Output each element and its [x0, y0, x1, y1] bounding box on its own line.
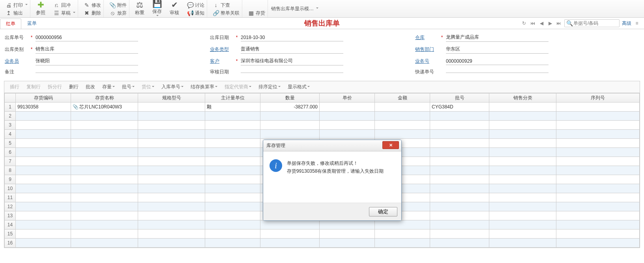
- cell-serial[interactable]: [556, 239, 640, 248]
- cell-sale_cat[interactable]: [489, 103, 556, 112]
- cell-spec[interactable]: [138, 239, 205, 248]
- discuss-button[interactable]: 💬讨论: [187, 2, 204, 9]
- col-serial[interactable]: 序列号: [556, 93, 640, 103]
- cell-batch[interactable]: [430, 112, 489, 121]
- cell-code[interactable]: [16, 220, 71, 229]
- cell-code[interactable]: 99130358: [16, 103, 71, 112]
- attachment-button[interactable]: 📎附件: [109, 2, 127, 9]
- cell-name[interactable]: [71, 220, 138, 229]
- cell-amount[interactable]: [375, 121, 430, 130]
- table-row[interactable]: 15: [5, 229, 640, 239]
- cell-qty[interactable]: [260, 239, 320, 248]
- cell-spec[interactable]: [138, 157, 205, 166]
- display-format-button[interactable]: 显示格式: [285, 83, 312, 91]
- cell-qty[interactable]: [260, 229, 320, 239]
- in-stock-no-button[interactable]: 入库单号: [159, 83, 186, 91]
- cell-name[interactable]: [71, 139, 138, 148]
- cell-code[interactable]: [16, 166, 71, 175]
- warehouse-label[interactable]: 仓库: [415, 34, 438, 41]
- table-row[interactable]: 16: [5, 239, 640, 248]
- cell-serial[interactable]: [556, 157, 640, 166]
- col-unit[interactable]: 主计量单位: [205, 93, 260, 103]
- whole-relate-button[interactable]: 🔗整单关联: [213, 9, 240, 17]
- cell-unit[interactable]: [205, 229, 260, 239]
- cell-serial[interactable]: [556, 112, 640, 121]
- tab-blue[interactable]: 蓝单: [21, 18, 43, 28]
- cell-spec[interactable]: [138, 112, 205, 121]
- save-button[interactable]: 💾保存: [150, 0, 164, 16]
- cell-name[interactable]: [71, 239, 138, 248]
- advanced-link[interactable]: 高级: [622, 20, 631, 27]
- cell-name[interactable]: [71, 175, 138, 184]
- cell-qty[interactable]: [260, 130, 320, 139]
- cell-unit[interactable]: [205, 139, 260, 148]
- cell-qty[interactable]: [260, 220, 320, 229]
- cell-code[interactable]: [16, 239, 71, 248]
- dialog-titlebar[interactable]: 库存管理 ✕: [263, 140, 401, 151]
- cell-batch[interactable]: CYG384D: [430, 103, 489, 112]
- cell-name[interactable]: [71, 184, 138, 193]
- prev-record-icon[interactable]: ◀: [538, 20, 545, 26]
- modify-button[interactable]: ✎修改: [84, 2, 101, 9]
- cell-sale_cat[interactable]: [489, 148, 556, 157]
- cell-name[interactable]: [71, 112, 138, 121]
- cell-sale_cat[interactable]: [489, 211, 556, 220]
- cell-spec[interactable]: [138, 130, 205, 139]
- cell-serial[interactable]: [556, 175, 640, 184]
- cell-code[interactable]: [16, 112, 71, 121]
- cell-serial[interactable]: [556, 193, 640, 202]
- cell-batch[interactable]: [430, 139, 489, 148]
- stock-button[interactable]: 存量: [100, 83, 117, 91]
- cell-amount[interactable]: [375, 112, 430, 121]
- batch-no-button[interactable]: 批号: [120, 83, 137, 91]
- customer-value[interactable]: 深圳市福佳电器有限公司: [241, 57, 343, 65]
- restore-button[interactable]: ⎌回冲: [53, 2, 75, 9]
- cell-name[interactable]: [71, 211, 138, 220]
- cell-batch[interactable]: [430, 220, 489, 229]
- cell-batch[interactable]: [430, 211, 489, 220]
- cell-batch[interactable]: [430, 175, 489, 184]
- cell-unit[interactable]: [205, 239, 260, 248]
- dialog-close-button[interactable]: ✕: [382, 141, 399, 149]
- cell-serial[interactable]: [556, 139, 640, 148]
- cell-spec[interactable]: [138, 166, 205, 175]
- export-button[interactable]: ↥输出: [6, 9, 28, 17]
- cell-batch[interactable]: [430, 130, 489, 139]
- delete-row-button[interactable]: 删行: [67, 83, 81, 91]
- cell-sale_cat[interactable]: [489, 175, 556, 184]
- refresh-icon[interactable]: ↻: [521, 20, 527, 26]
- out-type-value[interactable]: 销售出库: [36, 45, 138, 54]
- cell-code[interactable]: [16, 211, 71, 220]
- cell-code[interactable]: [16, 130, 71, 139]
- cell-spec[interactable]: [138, 175, 205, 184]
- col-amount[interactable]: 金额: [375, 93, 430, 103]
- last-record-icon[interactable]: ⏭: [556, 20, 562, 26]
- cell-amount[interactable]: [375, 103, 430, 112]
- cell-unit[interactable]: 颗: [205, 103, 260, 112]
- audit-button[interactable]: ✔审核: [167, 0, 182, 16]
- cell-serial[interactable]: [556, 202, 640, 211]
- cell-qty[interactable]: -38277.000: [260, 103, 320, 112]
- cell-qty[interactable]: [260, 121, 320, 130]
- cell-name[interactable]: [71, 193, 138, 202]
- cell-spec[interactable]: [138, 139, 205, 148]
- cell-unit[interactable]: [205, 166, 260, 175]
- biz-no-label[interactable]: 业务号: [415, 58, 438, 65]
- cell-batch[interactable]: [430, 157, 489, 166]
- table-row[interactable]: 14: [5, 220, 640, 229]
- cell-price[interactable]: [320, 229, 375, 239]
- cell-sale_cat[interactable]: [489, 202, 556, 211]
- search-box[interactable]: 🔍: [564, 19, 620, 27]
- print-button[interactable]: 🖨打印: [6, 2, 28, 9]
- cell-amount[interactable]: [375, 220, 430, 229]
- cell-spec[interactable]: [138, 103, 205, 112]
- cell-code[interactable]: [16, 184, 71, 193]
- cell-batch[interactable]: [430, 229, 489, 239]
- out-date-value[interactable]: 2018-10-30: [241, 34, 343, 41]
- cell-serial[interactable]: [556, 130, 640, 139]
- cell-amount[interactable]: [375, 229, 430, 239]
- cell-unit[interactable]: [205, 112, 260, 121]
- split-row-button[interactable]: 拆分行: [45, 83, 64, 91]
- warehouse-value[interactable]: 龙腾量产成品库: [446, 33, 549, 42]
- table-row[interactable]: 4: [5, 130, 640, 139]
